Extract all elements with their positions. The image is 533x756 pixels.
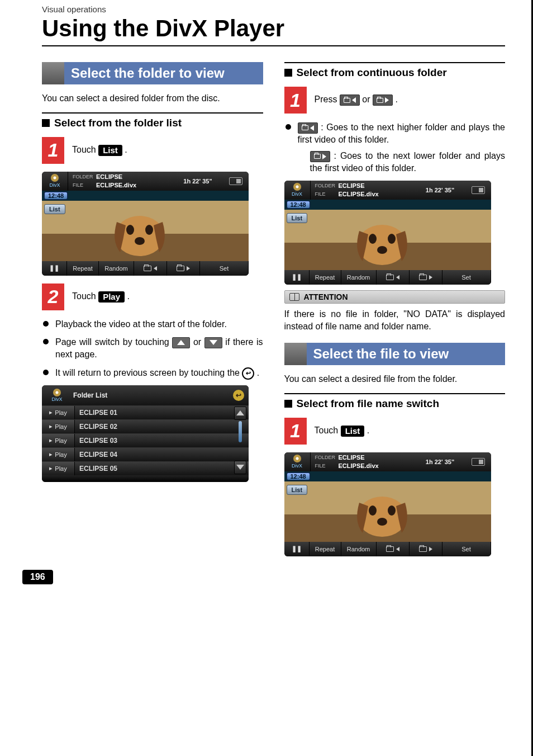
step-2-text: Touch Play . xyxy=(72,291,130,303)
svg-point-11 xyxy=(377,518,387,526)
step-1-pre: Touch xyxy=(72,145,98,154)
player-disc-area: DivX xyxy=(284,452,311,471)
step-number-1: 1 xyxy=(284,418,307,445)
list-item: ▸ Play ECLIPSE 03 xyxy=(42,433,249,447)
player-screenshot-2: DivX FOLDER ECLIPSE FILE ECLIPSE.divx 1h… xyxy=(284,181,491,285)
section2-intro: You can select a desired file from the f… xyxy=(284,373,506,385)
title-rule xyxy=(42,45,505,46)
player-list-button[interactable]: List xyxy=(287,213,308,223)
player-repeat-button[interactable]: Repeat xyxy=(67,261,99,276)
return-icon[interactable]: ↩ xyxy=(242,367,254,380)
row-play-button[interactable]: ▸ Play xyxy=(42,448,75,461)
player-disc-area: DivX xyxy=(284,181,311,200)
player-folder-prev-button[interactable] xyxy=(377,270,410,285)
sub-rule xyxy=(284,62,506,63)
folder-prev-icon[interactable] xyxy=(340,94,360,106)
aspect-icon[interactable] xyxy=(223,172,249,191)
page-down-icon[interactable] xyxy=(204,337,222,348)
right-column: Select from continuous folder 1 Press or… xyxy=(284,56,506,562)
step-number-1: 1 xyxy=(42,137,64,164)
player-meta: FOLDER ECLIPSE FILE ECLIPSE.divx xyxy=(311,181,415,200)
s3-post: . xyxy=(367,426,369,435)
section-accent xyxy=(42,62,64,84)
row-name[interactable]: ECLIPSE 04 xyxy=(75,448,249,461)
sub-title-text: Select from the folder list xyxy=(54,117,182,129)
player-video-area[interactable]: List xyxy=(284,481,491,542)
player-set-button[interactable]: Set xyxy=(442,542,491,556)
disc-icon xyxy=(53,389,61,396)
square-icon xyxy=(42,119,50,127)
player-brand: DivX xyxy=(292,463,302,469)
player-screenshot-3: DivX FOLDER ECLIPSE FILE ECLIPSE.divx 1h… xyxy=(284,452,491,556)
scroll-track[interactable] xyxy=(234,420,246,461)
step-1-post: . xyxy=(125,145,127,154)
play-button-label[interactable]: Play xyxy=(98,291,125,303)
row-play-button[interactable]: ▸ Play xyxy=(42,434,75,447)
list-button-label[interactable]: List xyxy=(341,426,365,437)
list-button-label[interactable]: List xyxy=(98,145,122,156)
section-title: Select the file to view xyxy=(307,343,506,365)
player-repeat-button[interactable]: Repeat xyxy=(310,542,341,556)
sub-rule xyxy=(42,112,263,114)
page-up-icon[interactable] xyxy=(172,337,190,348)
row-play-button[interactable]: ▸ Play xyxy=(42,406,75,419)
row-play-button[interactable]: ▸ Play xyxy=(42,420,75,433)
section-select-folder: Select the folder to view xyxy=(42,62,263,84)
scroll-down-button[interactable] xyxy=(234,461,246,474)
player-video-area[interactable]: List xyxy=(284,210,491,270)
step1r-mid: or xyxy=(362,94,373,104)
meta-file-value: ECLIPSE.divx xyxy=(339,191,411,197)
note-next-text: : Goes to the next lower folder and play… xyxy=(310,151,506,173)
folder-list-rows: ▸ Play ECLIPSE 01 ▸ Play ECLIPSE 02 ▸ Pl… xyxy=(42,405,249,475)
aspect-icon[interactable] xyxy=(465,452,491,471)
player-folder-prev-button[interactable] xyxy=(377,542,410,556)
row-name[interactable]: ECLIPSE 05 xyxy=(75,462,249,475)
step-1-right: 1 Press or . xyxy=(284,87,506,114)
aspect-icon[interactable] xyxy=(465,181,491,200)
flist-footer xyxy=(42,475,249,482)
player-video-area[interactable]: List xyxy=(42,201,249,261)
player-folder-next-button[interactable] xyxy=(410,542,442,556)
meta-folder-label: FOLDER xyxy=(73,174,96,179)
player-random-button[interactable]: Random xyxy=(341,542,377,556)
player-random-button[interactable]: Random xyxy=(99,261,134,276)
folder-prev-icon[interactable] xyxy=(298,122,318,134)
row-name[interactable]: ECLIPSE 03 xyxy=(75,434,249,447)
player-random-button[interactable]: Random xyxy=(341,270,377,285)
player-list-button[interactable]: List xyxy=(287,485,308,495)
row-name[interactable]: ECLIPSE 02 xyxy=(75,420,249,433)
folder-list-scrollbar[interactable] xyxy=(234,407,246,474)
player-repeat-button[interactable]: Repeat xyxy=(310,270,341,285)
folder-next-icon[interactable] xyxy=(310,151,330,162)
square-icon xyxy=(284,400,292,408)
player-folder-prev-button[interactable] xyxy=(134,261,167,276)
row-play-button[interactable]: ▸ Play xyxy=(42,462,75,475)
flist-brand: DivX xyxy=(51,396,62,402)
player-pause-button[interactable]: ❚❚ xyxy=(284,542,310,556)
player-set-button[interactable]: Set xyxy=(200,261,249,276)
step-number-2: 2 xyxy=(42,284,64,310)
breadcrumb: Visual operations xyxy=(42,0,505,14)
list-item: ▸ Play ECLIPSE 01 xyxy=(42,405,249,419)
step1r-post: . xyxy=(395,94,397,104)
scroll-up-button[interactable] xyxy=(234,407,246,420)
scroll-thumb[interactable] xyxy=(239,421,242,442)
meta-folder-label: FOLDER xyxy=(315,455,339,460)
player-folder-next-button[interactable] xyxy=(410,270,442,285)
player-pause-button[interactable]: ❚❚ xyxy=(42,261,67,276)
note-page-pre: Page will switch by touching xyxy=(55,337,172,347)
step-1: 1 Touch List . xyxy=(42,137,263,164)
svg-point-9 xyxy=(369,505,377,516)
page-title: Using the DivX Player xyxy=(42,15,505,42)
sub-title-text: Select from file name switch xyxy=(297,398,440,410)
player-set-button[interactable]: Set xyxy=(442,270,491,285)
player-disc-area: DivX xyxy=(42,172,68,191)
row-name[interactable]: ECLIPSE 01 xyxy=(75,406,249,419)
folder-next-icon[interactable] xyxy=(373,94,393,106)
player-pause-button[interactable]: ❚❚ xyxy=(284,270,310,285)
folder-list-back-button[interactable]: ↩ xyxy=(233,390,244,401)
player-folder-next-button[interactable] xyxy=(167,261,200,276)
svg-point-6 xyxy=(388,234,396,244)
square-icon xyxy=(284,69,292,77)
player-list-button[interactable]: List xyxy=(44,204,65,214)
